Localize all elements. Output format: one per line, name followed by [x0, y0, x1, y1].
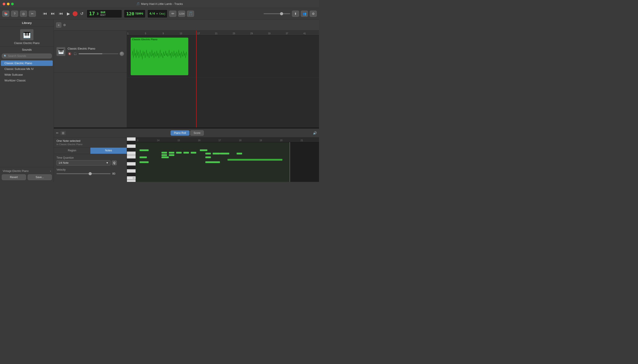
pr-note[interactable] [191, 152, 196, 154]
library-button[interactable]: 📚 [2, 10, 9, 17]
tempo-label: TEMPO [135, 12, 143, 15]
track-controls-panel: 🎹 Classic Electric Piano 🔇 🎧 [54, 30, 127, 128]
smart-controls-button[interactable]: ◎ [20, 10, 27, 17]
revert-button[interactable]: Revert [2, 174, 26, 180]
ruler-mark: 33 [268, 32, 271, 35]
pr-left-tab-region[interactable]: Region [54, 148, 90, 154]
loop-button[interactable]: ↺ [79, 10, 85, 17]
pr-note[interactable] [140, 149, 149, 151]
pr-note[interactable] [205, 161, 220, 163]
ruler-mark: 5 [145, 32, 146, 35]
traffic-lights[interactable] [3, 3, 14, 5]
save-button[interactable]: Save... [28, 174, 52, 180]
pr-note[interactable] [205, 156, 211, 158]
piano-key[interactable] [127, 144, 136, 148]
piano-key[interactable] [127, 180, 136, 182]
pr-note[interactable] [183, 152, 189, 154]
sound-list-item[interactable]: Wide Suitcase [1, 72, 53, 78]
ruler-mark: 21 [215, 32, 218, 35]
fast-forward-button[interactable]: ⏭ [50, 10, 56, 17]
scissors-button[interactable]: ✂ [29, 10, 36, 17]
piano-roll-tab[interactable]: Score [190, 130, 204, 136]
piano-key[interactable] [127, 152, 136, 155]
piano-key[interactable]: C5 [127, 176, 136, 180]
track-volume-slider[interactable] [79, 53, 118, 54]
record-button[interactable] [73, 11, 78, 16]
search-box[interactable]: 🔍 [2, 54, 52, 58]
notation-button[interactable]: 1234 [178, 10, 185, 17]
piano-key[interactable] [127, 169, 136, 173]
piano-key[interactable] [127, 173, 136, 176]
track-controls-row: 🔇 🎧 [68, 52, 124, 56]
velocity-slider[interactable] [57, 173, 111, 174]
pr-note[interactable] [169, 152, 174, 154]
pr-note[interactable] [213, 153, 220, 154]
pr-note[interactable] [200, 149, 207, 151]
piano-roll-snap-icon[interactable]: ⊞ [61, 131, 66, 135]
piano-roll-content: One Note selected in Classic Electric Pi… [54, 138, 319, 182]
time-signature: 4/4 [149, 12, 155, 15]
vintage-electric-piano-item[interactable]: Vintage Electric Piano › [2, 169, 52, 173]
piano-key[interactable] [127, 155, 136, 159]
piano-key[interactable] [127, 138, 136, 141]
pr-left-tab-notes[interactable]: Notes [90, 148, 127, 154]
track-pan-knob[interactable] [120, 52, 124, 56]
pr-note[interactable] [205, 153, 211, 154]
ruler-mark: 25 [233, 32, 235, 35]
piano-roll-pencil-icon[interactable]: ✏ [56, 131, 59, 135]
close-button[interactable] [3, 3, 5, 5]
piano-roll-tab[interactable]: Piano Roll [171, 130, 189, 136]
position-display[interactable]: 17 3 BAR BEAT [87, 10, 122, 18]
rewind-button[interactable]: ⏮ [42, 10, 48, 17]
sound-list-item[interactable]: Classic Electric Piano [1, 60, 53, 66]
pr-note[interactable] [237, 153, 242, 154]
pr-note[interactable] [161, 154, 167, 156]
add-track-button[interactable]: + [56, 22, 61, 28]
pr-note[interactable] [161, 152, 167, 154]
metronome-button[interactable]: 🎵 [187, 10, 194, 17]
maximize-button[interactable] [11, 3, 14, 5]
pr-note[interactable] [140, 161, 149, 163]
velocity-label: Velocity [57, 168, 124, 171]
pr-note[interactable] [176, 152, 182, 154]
track-region[interactable]: Classic Electric Piano [131, 38, 188, 75]
track-item: 🎹 Classic Electric Piano 🔇 🎧 [54, 30, 127, 72]
volume-range[interactable] [264, 13, 290, 14]
sound-list-item[interactable]: Classic Suitcase Mk IV [1, 66, 53, 72]
piano-key[interactable] [127, 162, 136, 166]
help-button[interactable]: ? [11, 10, 18, 17]
quantize-dropdown[interactable]: 1/4 Note ▼ [57, 160, 111, 166]
transport-controls: ⏮ ⏭ ⏮ ▶ ↺ [42, 10, 85, 17]
pr-ruler-mark: 21 [301, 139, 303, 142]
share-button[interactable]: ⬆ [292, 10, 299, 17]
piano-roll-volume-icon[interactable]: 🔊 [313, 131, 317, 135]
dropdown-chevron-icon: ▼ [106, 161, 109, 164]
brush-tool-button[interactable]: ✏ [169, 10, 176, 17]
q-button[interactable]: Q [112, 160, 117, 165]
tempo-display[interactable]: 120 TEMPO [124, 10, 145, 18]
time-signature-panel[interactable]: 4/4 ▼ Cmaj [147, 10, 167, 18]
sound-list-item[interactable]: Wurlitzer Classic [1, 78, 53, 83]
track-mute-icon[interactable]: 🔇 [68, 52, 72, 56]
pr-note[interactable] [169, 154, 174, 156]
users-button[interactable]: 👥 [301, 10, 308, 17]
minimize-button[interactable] [7, 3, 10, 5]
piano-key[interactable] [127, 166, 136, 169]
piano-key[interactable] [127, 148, 136, 152]
settings-button[interactable]: ⚙ [310, 10, 317, 17]
pr-note[interactable] [220, 153, 229, 154]
pr-note[interactable] [140, 156, 147, 158]
sound-list: Classic Electric PianoClassic Suitcase M… [0, 59, 54, 167]
play-button[interactable]: ▶ [66, 10, 71, 17]
beat-number: 3 [97, 12, 99, 16]
pr-note[interactable] [161, 156, 169, 158]
search-input[interactable] [8, 54, 50, 58]
track-options-icon[interactable]: ⚙ [63, 23, 66, 27]
piano-key[interactable] [127, 141, 136, 144]
track-headphone-icon[interactable]: 🎧 [73, 52, 77, 56]
master-volume-slider[interactable] [264, 13, 290, 14]
search-icon: 🔍 [4, 55, 7, 58]
skip-back-button[interactable]: ⏮ [58, 10, 64, 17]
pr-note[interactable] [228, 159, 282, 161]
piano-key[interactable] [127, 159, 136, 162]
